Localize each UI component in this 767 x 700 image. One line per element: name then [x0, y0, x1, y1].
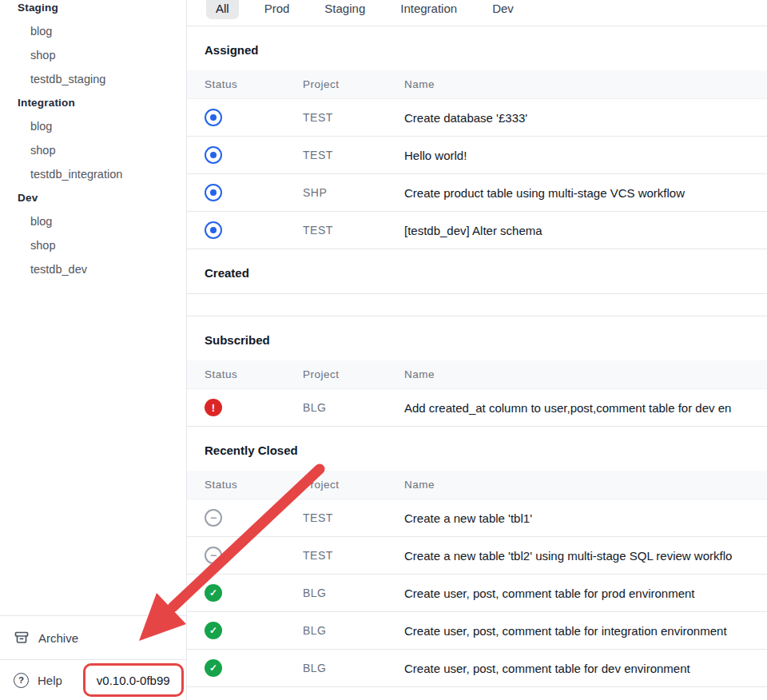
help-label[interactable]: Help — [38, 674, 62, 687]
archive-icon — [14, 630, 30, 646]
section-title: Recently Closed — [187, 427, 767, 471]
status-done-icon — [205, 659, 222, 677]
section-assigned: Assigned Status Project Name TEST Create… — [187, 26, 767, 249]
database-tree: Staging blog shop testdb_staging Integra… — [0, 0, 186, 281]
issue-name: Create user, post, comment table for dev… — [404, 662, 767, 675]
column-project: Project — [303, 78, 404, 90]
issue-row[interactable]: BLG Create user, post, comment table for… — [187, 650, 767, 687]
status-canceled-icon — [205, 547, 222, 564]
status-done-icon — [205, 622, 222, 639]
sidebar-item-database[interactable]: blog — [0, 114, 186, 138]
table-header: Status Project Name — [187, 471, 767, 499]
section-recently-closed: Recently Closed Status Project Name TEST… — [187, 427, 767, 687]
sidebar-item-database[interactable]: shop — [0, 43, 186, 67]
status-open-icon — [205, 221, 222, 239]
main-panel: All Prod Staging Integration Dev Assigne… — [187, 0, 767, 700]
env-group-label-integration: Integration — [0, 91, 186, 114]
issue-name: Add created_at column to user,post,comme… — [404, 401, 767, 415]
section-title: Subscribed — [187, 316, 767, 360]
table-header: Status Project Name — [187, 70, 767, 99]
table-header: Status Project Name — [187, 360, 767, 389]
section-title: Created — [187, 249, 767, 293]
sidebar-item-database[interactable]: testdb_integration — [0, 162, 186, 186]
issue-row[interactable]: SHP Create product table using multi-sta… — [187, 174, 767, 212]
status-done-icon — [205, 584, 222, 602]
sidebar-bottom: Archive ? Help v0.10.0-0fb99 — [0, 615, 186, 700]
status-canceled-icon — [205, 509, 222, 527]
project-key: BLG — [303, 587, 404, 599]
issue-name: Create a new table 'tbl2' using multi-st… — [404, 549, 767, 563]
tab-staging[interactable]: Staging — [315, 0, 375, 19]
issue-row[interactable]: BLG Create user, post, comment table for… — [187, 575, 767, 612]
column-project: Project — [303, 479, 404, 491]
issue-name: [testdb_dev] Alter schema — [404, 224, 767, 237]
status-error-icon — [205, 399, 222, 416]
tab-all[interactable]: All — [206, 0, 239, 19]
issue-name: Create product table using multi-stage V… — [404, 186, 767, 200]
project-key: TEST — [303, 111, 404, 124]
issue-row[interactable]: TEST Create a new table 'tbl2' using mul… — [187, 537, 767, 575]
column-status: Status — [205, 479, 303, 491]
issue-name: Create user, post, comment table for pro… — [404, 587, 767, 600]
column-status: Status — [205, 368, 303, 380]
project-key: TEST — [303, 511, 404, 524]
column-project: Project — [303, 368, 404, 380]
issue-name: Create database '£333' — [404, 111, 767, 125]
env-group-label-staging: Staging — [0, 0, 186, 19]
sidebar-item-database[interactable]: testdb_dev — [0, 257, 186, 281]
issue-row[interactable]: TEST [testdb_dev] Alter schema — [187, 212, 767, 249]
column-name: Name — [404, 78, 767, 90]
project-key: BLG — [303, 624, 404, 637]
issue-row[interactable]: TEST Create database '£333' — [187, 99, 767, 137]
project-key: BLG — [303, 401, 404, 414]
column-name: Name — [404, 368, 767, 380]
tab-prod[interactable]: Prod — [255, 0, 300, 19]
issue-row[interactable]: BLG Add created_at column to user,post,c… — [187, 389, 767, 427]
version-badge: v0.10.0-0fb99 — [83, 663, 184, 697]
issue-row[interactable]: TEST Create a new table 'tbl1' — [187, 499, 767, 537]
sidebar-item-database[interactable]: blog — [0, 19, 186, 43]
project-key: BLG — [303, 662, 404, 674]
status-open-icon — [205, 146, 222, 164]
sidebar-item-database[interactable]: testdb_staging — [0, 67, 186, 91]
section-subscribed: Subscribed Status Project Name BLG Add c… — [187, 316, 767, 427]
issue-row[interactable]: BLG Create user, post, comment table for… — [187, 612, 767, 650]
issue-row[interactable]: TEST Hello world! — [187, 137, 767, 174]
issue-name: Hello world! — [404, 149, 767, 162]
environment-tabs: All Prod Staging Integration Dev — [187, 0, 767, 26]
empty-table-body — [187, 293, 767, 316]
tab-dev[interactable]: Dev — [483, 0, 523, 19]
sidebar-item-database[interactable]: shop — [0, 138, 186, 162]
tab-integration[interactable]: Integration — [391, 0, 467, 19]
issue-name: Create a new table 'tbl1' — [404, 511, 767, 525]
section-title: Assigned — [187, 26, 767, 70]
project-key: TEST — [303, 549, 404, 562]
sidebar: Staging blog shop testdb_staging Integra… — [0, 0, 187, 700]
env-group-label-dev: Dev — [0, 186, 186, 209]
project-key: SHP — [303, 186, 404, 199]
project-key: TEST — [303, 224, 404, 237]
project-key: TEST — [303, 149, 404, 161]
archive-button[interactable]: Archive — [0, 616, 186, 659]
status-open-icon — [205, 109, 222, 126]
help-row: ? Help v0.10.0-0fb99 — [0, 659, 186, 700]
column-name: Name — [404, 479, 767, 491]
column-status: Status — [205, 78, 303, 90]
help-question-icon[interactable]: ? — [14, 673, 29, 688]
status-open-icon — [205, 184, 222, 201]
archive-label: Archive — [38, 631, 78, 645]
issue-name: Create user, post, comment table for int… — [404, 624, 767, 638]
section-created: Created — [187, 249, 767, 316]
sidebar-item-database[interactable]: shop — [0, 233, 186, 257]
sidebar-item-database[interactable]: blog — [0, 209, 186, 233]
